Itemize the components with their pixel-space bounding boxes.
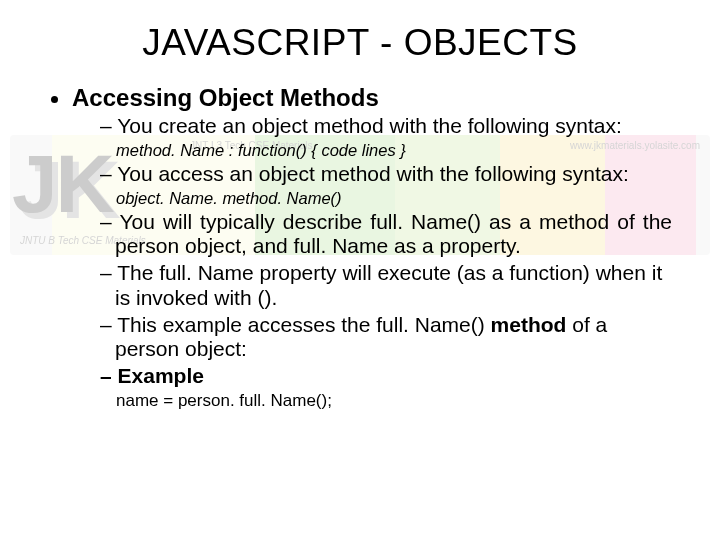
- heading-item: Accessing Object Methods You create an o…: [72, 84, 672, 411]
- code-example: name = person. full. Name();: [116, 391, 672, 411]
- bullet-method: This example accesses the full. Name() m…: [100, 313, 672, 363]
- heading-text: Accessing Object Methods: [72, 84, 379, 111]
- bullet-create: You create an object method with the fol…: [100, 114, 672, 139]
- bullet-example: Example: [100, 364, 672, 389]
- code-create: method. Name : function() { code lines }: [116, 141, 672, 160]
- bullet-access: You access an object method with the fol…: [100, 162, 672, 187]
- slide: JAVASCRIPT - OBJECTS Accessing Object Me…: [0, 0, 720, 411]
- bullet-execute: The full. Name property will execute (as…: [100, 261, 672, 311]
- code-access: object. Name. method. Name(): [116, 189, 672, 208]
- bullet-describe: You will typically describe full. Name()…: [100, 210, 672, 260]
- slide-title: JAVASCRIPT - OBJECTS: [48, 22, 672, 64]
- bullet-method-pre: This example accesses the full. Name(): [117, 313, 490, 336]
- bullet-method-bold: method: [491, 313, 567, 336]
- bullet-list: Accessing Object Methods You create an o…: [48, 84, 672, 411]
